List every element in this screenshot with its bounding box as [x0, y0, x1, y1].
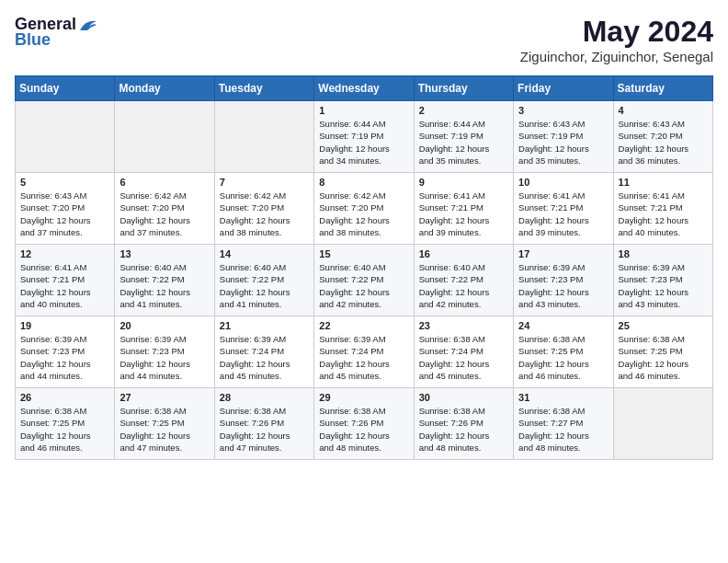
weekday-header: Monday — [115, 76, 214, 101]
calendar-cell: 18Sunrise: 6:39 AM Sunset: 7:23 PM Dayli… — [613, 245, 712, 316]
day-number: 6 — [119, 177, 209, 188]
weekday-header: Wednesday — [314, 76, 414, 101]
logo-blue-text: Blue — [15, 30, 51, 50]
cell-daylight-info: Sunrise: 6:38 AM Sunset: 7:24 PM Dayligh… — [419, 333, 508, 382]
day-number: 18 — [619, 248, 708, 259]
cell-daylight-info: Sunrise: 6:40 AM Sunset: 7:22 PM Dayligh… — [419, 261, 508, 310]
calendar-week-row: 26Sunrise: 6:38 AM Sunset: 7:25 PM Dayli… — [16, 388, 713, 460]
day-number: 4 — [619, 105, 708, 116]
calendar-week-row: 19Sunrise: 6:39 AM Sunset: 7:23 PM Dayli… — [16, 316, 713, 388]
cell-daylight-info: Sunrise: 6:39 AM Sunset: 7:23 PM Dayligh… — [619, 261, 708, 310]
calendar-cell — [214, 101, 313, 173]
calendar-cell — [115, 101, 214, 173]
calendar-cell: 10Sunrise: 6:41 AM Sunset: 7:21 PM Dayli… — [514, 173, 613, 245]
logo: General Blue — [15, 15, 98, 50]
day-number: 25 — [619, 320, 708, 331]
cell-daylight-info: Sunrise: 6:40 AM Sunset: 7:22 PM Dayligh… — [319, 261, 408, 310]
cell-daylight-info: Sunrise: 6:38 AM Sunset: 7:25 PM Dayligh… — [619, 333, 708, 382]
day-number: 5 — [20, 177, 109, 188]
cell-daylight-info: Sunrise: 6:38 AM Sunset: 7:26 PM Dayligh… — [419, 405, 508, 454]
calendar-cell: 8Sunrise: 6:42 AM Sunset: 7:20 PM Daylig… — [314, 173, 414, 245]
day-number: 24 — [518, 320, 608, 331]
day-number: 13 — [119, 248, 209, 259]
day-number: 8 — [319, 177, 408, 188]
calendar-cell: 9Sunrise: 6:41 AM Sunset: 7:21 PM Daylig… — [414, 173, 513, 245]
calendar-cell: 15Sunrise: 6:40 AM Sunset: 7:22 PM Dayli… — [314, 245, 414, 316]
calendar-cell — [613, 388, 712, 460]
weekday-header: Saturday — [613, 76, 712, 101]
weekday-header-row: SundayMondayTuesdayWednesdayThursdayFrid… — [16, 76, 713, 101]
cell-daylight-info: Sunrise: 6:40 AM Sunset: 7:22 PM Dayligh… — [220, 261, 309, 310]
title-area: May 2024 Ziguinchor, Ziguinchor, Senegal — [520, 15, 713, 64]
calendar-cell: 11Sunrise: 6:41 AM Sunset: 7:21 PM Dayli… — [613, 173, 712, 245]
cell-daylight-info: Sunrise: 6:38 AM Sunset: 7:27 PM Dayligh… — [518, 405, 608, 454]
day-number: 22 — [319, 320, 408, 331]
calendar-cell: 16Sunrise: 6:40 AM Sunset: 7:22 PM Dayli… — [414, 245, 513, 316]
cell-daylight-info: Sunrise: 6:38 AM Sunset: 7:25 PM Dayligh… — [20, 405, 109, 454]
day-number: 9 — [419, 177, 508, 188]
calendar-cell: 28Sunrise: 6:38 AM Sunset: 7:26 PM Dayli… — [214, 388, 313, 460]
day-number: 7 — [220, 177, 309, 188]
calendar-cell: 14Sunrise: 6:40 AM Sunset: 7:22 PM Dayli… — [214, 245, 313, 316]
cell-daylight-info: Sunrise: 6:41 AM Sunset: 7:21 PM Dayligh… — [619, 190, 708, 238]
calendar-cell: 25Sunrise: 6:38 AM Sunset: 7:25 PM Dayli… — [613, 316, 712, 388]
weekday-header: Friday — [514, 76, 613, 101]
day-number: 23 — [419, 320, 508, 331]
calendar-cell: 30Sunrise: 6:38 AM Sunset: 7:26 PM Dayli… — [414, 388, 513, 460]
calendar-cell: 22Sunrise: 6:39 AM Sunset: 7:24 PM Dayli… — [314, 316, 414, 388]
calendar-cell — [16, 101, 115, 173]
calendar-cell: 13Sunrise: 6:40 AM Sunset: 7:22 PM Dayli… — [115, 245, 214, 316]
calendar-week-row: 1Sunrise: 6:44 AM Sunset: 7:19 PM Daylig… — [16, 101, 713, 173]
cell-daylight-info: Sunrise: 6:44 AM Sunset: 7:19 PM Dayligh… — [419, 118, 508, 167]
cell-daylight-info: Sunrise: 6:39 AM Sunset: 7:24 PM Dayligh… — [220, 333, 309, 382]
cell-daylight-info: Sunrise: 6:38 AM Sunset: 7:25 PM Dayligh… — [119, 405, 209, 454]
day-number: 16 — [419, 248, 508, 259]
day-number: 19 — [20, 320, 109, 331]
cell-daylight-info: Sunrise: 6:39 AM Sunset: 7:23 PM Dayligh… — [518, 261, 608, 310]
day-number: 28 — [220, 392, 309, 403]
calendar-table: SundayMondayTuesdayWednesdayThursdayFrid… — [15, 75, 713, 460]
cell-daylight-info: Sunrise: 6:39 AM Sunset: 7:23 PM Dayligh… — [20, 333, 109, 382]
day-number: 21 — [220, 320, 309, 331]
weekday-header: Sunday — [16, 76, 115, 101]
cell-daylight-info: Sunrise: 6:43 AM Sunset: 7:19 PM Dayligh… — [518, 118, 608, 167]
calendar-body: 1Sunrise: 6:44 AM Sunset: 7:19 PM Daylig… — [16, 101, 713, 460]
calendar-title: May 2024 — [520, 15, 713, 49]
weekday-header: Thursday — [414, 76, 513, 101]
cell-daylight-info: Sunrise: 6:39 AM Sunset: 7:23 PM Dayligh… — [119, 333, 209, 382]
calendar-cell: 4Sunrise: 6:43 AM Sunset: 7:20 PM Daylig… — [613, 101, 712, 173]
cell-daylight-info: Sunrise: 6:42 AM Sunset: 7:20 PM Dayligh… — [119, 190, 209, 238]
day-number: 17 — [518, 248, 608, 259]
cell-daylight-info: Sunrise: 6:41 AM Sunset: 7:21 PM Dayligh… — [518, 190, 608, 238]
logo-bird-icon — [78, 17, 98, 32]
cell-daylight-info: Sunrise: 6:42 AM Sunset: 7:20 PM Dayligh… — [319, 190, 408, 238]
calendar-cell: 24Sunrise: 6:38 AM Sunset: 7:25 PM Dayli… — [514, 316, 613, 388]
cell-daylight-info: Sunrise: 6:44 AM Sunset: 7:19 PM Dayligh… — [319, 118, 408, 167]
cell-daylight-info: Sunrise: 6:42 AM Sunset: 7:20 PM Dayligh… — [220, 190, 309, 238]
calendar-subtitle: Ziguinchor, Ziguinchor, Senegal — [520, 49, 713, 64]
day-number: 10 — [518, 177, 608, 188]
calendar-cell: 20Sunrise: 6:39 AM Sunset: 7:23 PM Dayli… — [115, 316, 214, 388]
cell-daylight-info: Sunrise: 6:43 AM Sunset: 7:20 PM Dayligh… — [20, 190, 109, 238]
calendar-cell: 6Sunrise: 6:42 AM Sunset: 7:20 PM Daylig… — [115, 173, 214, 245]
cell-daylight-info: Sunrise: 6:38 AM Sunset: 7:26 PM Dayligh… — [220, 405, 309, 454]
day-number: 11 — [619, 177, 708, 188]
page-header: General Blue May 2024 Ziguinchor, Ziguin… — [15, 15, 713, 64]
calendar-cell: 1Sunrise: 6:44 AM Sunset: 7:19 PM Daylig… — [314, 101, 414, 173]
cell-daylight-info: Sunrise: 6:39 AM Sunset: 7:24 PM Dayligh… — [319, 333, 408, 382]
day-number: 31 — [518, 392, 608, 403]
calendar-cell: 12Sunrise: 6:41 AM Sunset: 7:21 PM Dayli… — [16, 245, 115, 316]
day-number: 27 — [119, 392, 209, 403]
calendar-cell: 3Sunrise: 6:43 AM Sunset: 7:19 PM Daylig… — [514, 101, 613, 173]
day-number: 1 — [319, 105, 408, 116]
day-number: 29 — [319, 392, 408, 403]
day-number: 20 — [119, 320, 209, 331]
day-number: 14 — [220, 248, 309, 259]
calendar-cell: 23Sunrise: 6:38 AM Sunset: 7:24 PM Dayli… — [414, 316, 513, 388]
cell-daylight-info: Sunrise: 6:38 AM Sunset: 7:26 PM Dayligh… — [319, 405, 408, 454]
day-number: 26 — [20, 392, 109, 403]
calendar-cell: 5Sunrise: 6:43 AM Sunset: 7:20 PM Daylig… — [16, 173, 115, 245]
calendar-week-row: 12Sunrise: 6:41 AM Sunset: 7:21 PM Dayli… — [16, 245, 713, 316]
calendar-cell: 21Sunrise: 6:39 AM Sunset: 7:24 PM Dayli… — [214, 316, 313, 388]
calendar-cell: 2Sunrise: 6:44 AM Sunset: 7:19 PM Daylig… — [414, 101, 513, 173]
